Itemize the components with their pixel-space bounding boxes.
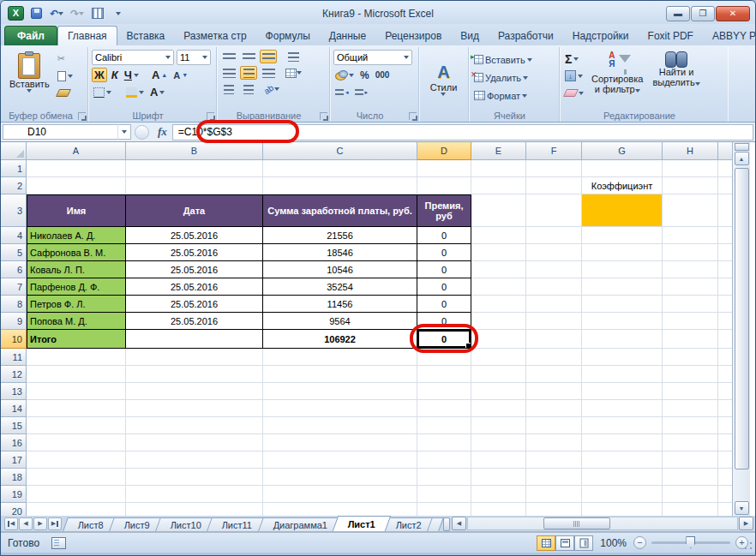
row-header-10[interactable]: 10	[1, 330, 27, 349]
column-header-E[interactable]: E	[471, 142, 526, 160]
cell-D1[interactable]	[417, 160, 471, 177]
align-bottom-button[interactable]	[260, 50, 277, 63]
cell-G7[interactable]	[582, 278, 663, 296]
cell-filler-18[interactable]	[718, 469, 732, 486]
increase-decimal-button[interactable]: ◂	[333, 85, 351, 99]
cell-G1[interactable]	[582, 160, 663, 177]
cell-F4[interactable]	[526, 227, 582, 244]
first-sheet-button[interactable]: ◀	[4, 517, 18, 530]
customize-qat-button[interactable]	[110, 6, 127, 21]
cell-H7[interactable]	[663, 278, 718, 296]
cell-A20[interactable]	[27, 503, 126, 516]
cell-G19[interactable]	[582, 486, 663, 503]
shrink-font-button[interactable]: А▼	[171, 68, 189, 82]
alignment-dialog-launcher[interactable]	[320, 112, 327, 120]
cell-D7[interactable]: 0	[417, 278, 471, 296]
row-header-18[interactable]: 18	[1, 469, 27, 486]
row-header-9[interactable]: 9	[1, 313, 27, 330]
horizontal-scrollbar[interactable]: ◀ ▶	[452, 517, 753, 530]
normal-view-button[interactable]	[537, 535, 555, 551]
row-header-16[interactable]: 16	[1, 434, 27, 451]
row-header-19[interactable]: 19	[1, 486, 27, 503]
name-box[interactable]: D10	[3, 124, 131, 140]
cell-H9[interactable]	[663, 313, 718, 330]
redo-button[interactable]: ↷	[69, 6, 86, 21]
copy-button[interactable]	[56, 69, 75, 83]
cell-H15[interactable]	[663, 417, 718, 434]
cell-A15[interactable]	[27, 417, 126, 434]
row-header-20[interactable]: 20	[1, 503, 27, 516]
cell-F15[interactable]	[526, 417, 582, 434]
align-left-button[interactable]	[220, 66, 237, 80]
excel-logo-icon[interactable]: X	[8, 6, 24, 21]
cell-B17[interactable]	[126, 451, 263, 469]
zoom-slider-handle[interactable]	[686, 536, 695, 548]
zoom-slider-track[interactable]	[651, 541, 730, 544]
restore-button[interactable]: ❐	[691, 6, 715, 21]
cell-F1[interactable]	[526, 160, 582, 177]
cell-A12[interactable]	[27, 366, 126, 383]
cell-filler-13[interactable]	[718, 383, 732, 400]
fill-color-button[interactable]	[124, 85, 146, 99]
cell-D9[interactable]: 0	[417, 313, 471, 330]
cell-C10[interactable]: 106922	[263, 330, 417, 349]
cell-D5[interactable]: 0	[417, 244, 471, 261]
cell-G9[interactable]	[582, 313, 663, 330]
cell-B1[interactable]	[126, 160, 263, 177]
cell-H14[interactable]	[663, 400, 718, 417]
cell-F5[interactable]	[526, 244, 582, 261]
cell-D10[interactable]: 0	[417, 330, 471, 349]
save-button[interactable]	[27, 6, 45, 21]
vertical-scroll-track[interactable]	[735, 166, 749, 500]
cell-F14[interactable]	[526, 400, 582, 417]
cell-filler-3[interactable]	[718, 194, 732, 227]
cell-F7[interactable]	[526, 278, 582, 296]
align-center-button[interactable]	[240, 66, 257, 80]
font-name-combo[interactable]: Calibri	[92, 50, 174, 65]
fill-button[interactable]: ↓	[563, 69, 585, 83]
increase-indent-button[interactable]	[240, 82, 257, 96]
column-header-C[interactable]: C	[263, 142, 417, 160]
horizontal-scroll-thumb[interactable]	[543, 517, 610, 529]
cell-H19[interactable]	[663, 486, 718, 503]
row-header-8[interactable]: 8	[1, 296, 27, 313]
cell-C5[interactable]: 18546	[263, 244, 417, 261]
prev-sheet-button[interactable]: ◀	[19, 517, 33, 530]
tab-addins[interactable]: Надстройки	[563, 27, 639, 45]
cell-E2[interactable]	[471, 177, 526, 194]
autosum-button[interactable]: Σ	[563, 51, 585, 66]
cell-filler-20[interactable]	[718, 503, 732, 516]
cell-G16[interactable]	[582, 434, 663, 451]
cell-filler-1[interactable]	[718, 160, 732, 177]
cell-A8[interactable]: Петров Ф. Л.	[27, 296, 126, 313]
cell-H18[interactable]	[663, 469, 718, 486]
cell-C7[interactable]: 35254	[263, 278, 417, 296]
cell-F3[interactable]	[526, 194, 582, 227]
tab-review[interactable]: Рецензиров	[375, 27, 451, 45]
sheet-tab-list1[interactable]: Лист1	[333, 516, 392, 531]
cell-D6[interactable]: 0	[417, 261, 471, 278]
cell-C4[interactable]: 21556	[263, 227, 417, 244]
cell-B3[interactable]: Дата	[126, 194, 263, 227]
cell-F8[interactable]	[526, 296, 582, 313]
tab-view[interactable]: Вид	[451, 27, 489, 45]
cell-C19[interactable]	[263, 486, 417, 503]
clipboard-dialog-launcher[interactable]	[78, 112, 86, 120]
scroll-down-icon[interactable]: ▼	[735, 501, 749, 515]
wrap-text-button[interactable]	[285, 50, 302, 63]
number-format-combo[interactable]: Общий	[333, 50, 412, 65]
cell-H11[interactable]	[663, 349, 718, 366]
tab-foxit-pdf[interactable]: Foxit PDF	[639, 27, 703, 45]
cell-C14[interactable]	[263, 400, 417, 417]
cell-F17[interactable]	[526, 451, 582, 469]
row-header-1[interactable]: 1	[1, 160, 27, 177]
row-header-13[interactable]: 13	[1, 383, 27, 400]
vertical-scrollbar[interactable]: ▲ ▼	[732, 142, 750, 516]
next-sheet-button[interactable]: ▶	[33, 517, 47, 530]
cell-E10[interactable]	[471, 330, 526, 349]
font-size-combo[interactable]: 11	[177, 50, 211, 65]
cut-button[interactable]: ✂	[56, 51, 75, 66]
cell-C15[interactable]	[263, 417, 417, 434]
cell-B15[interactable]	[126, 417, 263, 434]
row-header-6[interactable]: 6	[1, 261, 27, 278]
